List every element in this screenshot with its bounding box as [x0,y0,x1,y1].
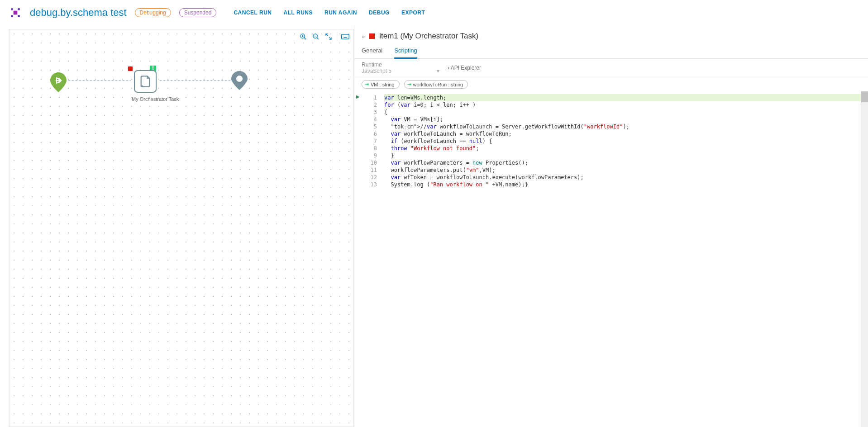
tab-scripting[interactable]: Scripting [394,44,417,59]
task-label: My Orchestrator Task [132,96,159,102]
workflow-canvas[interactable]: My Orchestrator Task [9,29,354,427]
chevron-down-icon[interactable]: ▾ [437,68,439,74]
keyboard-icon[interactable] [341,32,350,41]
debug-button[interactable]: DEBUG [369,9,390,16]
header-actions: CANCEL RUN ALL RUNS RUN AGAIN DEBUG EXPO… [234,9,425,16]
runtime-label: Runtime [362,62,439,68]
runtime-row: Runtime JavaScript 5 ▾ › API Explorer [354,59,868,77]
svg-line-13 [329,37,331,39]
connector-2 [160,80,231,81]
end-node[interactable] [231,71,248,90]
fit-icon[interactable] [324,32,333,41]
input-arrow-icon: ⇥ [365,81,369,87]
zoom-out-icon[interactable] [311,32,320,41]
svg-line-12 [326,34,328,36]
inputs-row: ⇥VM : string ⇥workflowToRun : string [354,77,868,91]
app-icon [9,6,22,19]
details-tabs: General Scripting [354,44,868,59]
svg-rect-1 [11,8,13,10]
svg-rect-14 [342,34,349,39]
cancel-run-button[interactable]: CANCEL RUN [234,9,272,16]
header-bar: debug.by.schema test Debugging Suspended… [0,0,868,25]
code-editor[interactable]: ▶ 12345678910111213 var len=VMs.length;f… [354,91,868,427]
input-arrow-icon: ⇥ [407,81,411,87]
run-again-button[interactable]: RUN AGAIN [324,9,357,16]
page-title: debug.by.schema test [30,7,127,19]
svg-line-10 [317,38,319,39]
svg-rect-4 [18,15,19,17]
svg-rect-3 [11,15,13,17]
api-explorer-label: API Explorer [451,65,481,71]
connector-1 [68,80,131,81]
svg-point-23 [236,76,243,82]
toolbar-separator [337,32,337,41]
editor-scrollbar[interactable] [861,91,868,427]
api-explorer-link[interactable]: › API Explorer [448,65,481,71]
canvas-toolbar [299,32,350,41]
stop-square-icon [369,33,375,39]
badge-debugging: Debugging [135,8,171,17]
script-icon [134,70,157,93]
code-area[interactable]: var len=VMs.length;for (var i=0; i < len… [381,91,861,427]
input-label: VM : string [371,82,395,87]
start-node[interactable] [50,72,67,92]
zoom-in-icon[interactable] [299,32,308,41]
detail-header: » item1 (My Orchestrator Task) [354,25,868,44]
export-button[interactable]: EXPORT [401,9,425,16]
input-label: workflowToRun : string [413,82,463,87]
task-node[interactable]: My Orchestrator Task [132,70,159,97]
current-line-icon: ▶ [356,94,360,99]
all-runs-button[interactable]: ALL RUNS [284,9,313,16]
input-pill-vm[interactable]: ⇥VM : string [362,80,400,89]
editor-scrollbar-thumb[interactable] [861,91,868,102]
tab-general[interactable]: General [362,44,382,58]
line-gutter: 12345678910111213 [362,91,381,427]
detail-title: item1 (My Orchestrator Task) [379,32,478,41]
collapse-panel-icon[interactable]: » [362,33,365,40]
input-pill-workflow[interactable]: ⇥workflowToRun : string [404,80,468,89]
svg-line-6 [304,38,306,39]
svg-rect-2 [18,8,19,10]
badge-suspended: Suspended [179,8,217,17]
svg-rect-0 [14,11,18,15]
runtime-select[interactable]: JavaScript 5 [362,68,434,74]
